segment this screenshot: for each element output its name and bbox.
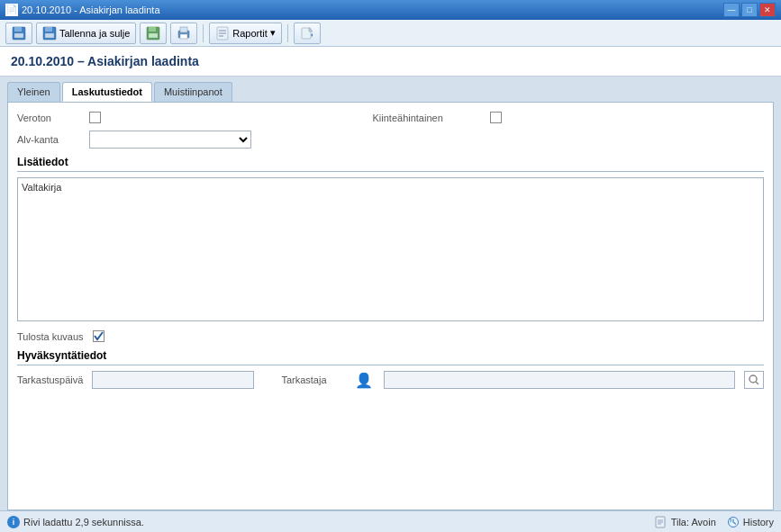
history-item[interactable]: History <box>727 516 774 528</box>
reports-arrow: ▾ <box>270 27 276 39</box>
svg-point-17 <box>749 375 757 383</box>
save-close-label: Tallenna ja sulje <box>59 28 130 39</box>
svg-line-18 <box>756 382 758 384</box>
tarkastaja-label: Tarkastaja <box>281 374 344 385</box>
content-area: Tallenna ja sulje <box>0 20 781 510</box>
save-icon <box>12 26 26 41</box>
svg-rect-7 <box>149 27 156 32</box>
tila-item: Tila: Avoin <box>655 516 716 528</box>
reports-label: Raportit <box>232 28 268 39</box>
search-icon <box>749 374 759 385</box>
save-close-button[interactable]: Tallenna ja sulje <box>36 23 136 44</box>
print-icon <box>177 26 191 41</box>
status-message: Rivi ladattu 2,9 sekunnissa. <box>23 517 144 527</box>
tab-laskutustiedot[interactable]: Laskutustiedot <box>62 82 152 102</box>
toolbar-icon-btn-3[interactable] <box>294 23 321 44</box>
window-title: 20.10.2010 - Asiakirjan laadinta <box>22 5 160 15</box>
toolbar-separator <box>203 24 204 42</box>
hyvaksyntatiedot-header: Hyväksyntätiedot <box>17 349 764 365</box>
veroton-row: Veroton Kiinteähintainen <box>17 112 764 123</box>
tarkastaja-input[interactable] <box>384 371 735 389</box>
checkmark-icon <box>94 331 104 341</box>
tarkastaja-search-button[interactable] <box>744 371 764 389</box>
main-content: Veroton Kiinteähintainen Alv-kanta Lisät… <box>7 102 774 510</box>
svg-rect-10 <box>180 27 187 32</box>
export-icon <box>300 26 314 41</box>
history-icon <box>727 516 740 528</box>
document-icon <box>655 516 667 528</box>
title-bar-controls: — □ ✕ <box>723 3 776 17</box>
toolbar: Tallenna ja sulje <box>0 20 781 47</box>
svg-rect-1 <box>14 27 22 32</box>
veroton-checkbox[interactable] <box>89 112 101 123</box>
alv-kanta-row: Alv-kanta <box>17 131 764 149</box>
restore-button[interactable]: □ <box>741 3 758 17</box>
svg-rect-5 <box>45 33 54 38</box>
alv-kanta-label: Alv-kanta <box>17 134 80 145</box>
tulosta-kuvaus-row: Tulosta kuvaus <box>17 330 764 342</box>
lisatiedot-header: Lisätiedot <box>17 156 764 172</box>
page-title: 20.10.2010 – Asiakirjan laadinta <box>11 54 199 68</box>
reports-icon <box>215 26 230 41</box>
svg-rect-2 <box>14 33 23 38</box>
tarkastuspaiva-label: Tarkastuspäivä <box>17 374 83 385</box>
person-icon: 👤 <box>355 372 373 389</box>
tarkastus-row: Tarkastuspäivä Tarkastaja 👤 <box>17 371 764 389</box>
tab-container: Yleinen Laskutustiedot Muistiinpanot <box>0 77 781 102</box>
tulosta-kuvaus-checkbox[interactable] <box>93 330 104 342</box>
toolbar-icon-btn-1[interactable] <box>140 23 167 44</box>
page-title-area: 20.10.2010 – Asiakirjan laadinta <box>0 47 781 77</box>
status-right: Tila: Avoin History <box>655 516 774 528</box>
status-left: i Rivi ladattu 2,9 sekunnissa. <box>7 516 144 528</box>
title-bar-left: 📄 20.10.2010 - Asiakirjan laadinta <box>5 4 160 16</box>
toolbar-separator-2 <box>287 24 288 42</box>
lisatiedot-textarea[interactable] <box>17 177 764 321</box>
tab-muistiinpanot[interactable]: Muistiinpanot <box>154 82 232 102</box>
tab-yleinen[interactable]: Yleinen <box>7 82 60 102</box>
close-button[interactable]: ✕ <box>759 3 776 17</box>
toolbar-icon-btn-2[interactable] <box>170 23 197 44</box>
tarkastuspaiva-input[interactable] <box>92 371 254 389</box>
tulosta-kuvaus-label: Tulosta kuvaus <box>17 331 84 342</box>
minimize-button[interactable]: — <box>723 3 740 17</box>
alv-kanta-select[interactable] <box>89 131 251 149</box>
info-icon: i <box>7 516 20 528</box>
veroton-label: Veroton <box>17 113 80 123</box>
disk-icon <box>146 26 160 41</box>
save-close-icon <box>42 26 57 41</box>
svg-rect-11 <box>180 34 187 39</box>
save-button[interactable] <box>5 23 32 44</box>
tila-label: Tila: Avoin <box>671 517 716 527</box>
window-icon: 📄 <box>5 4 18 16</box>
history-label: History <box>743 517 774 527</box>
title-bar: 📄 20.10.2010 - Asiakirjan laadinta — □ ✕ <box>0 0 781 20</box>
svg-rect-8 <box>149 33 158 38</box>
reports-button[interactable]: Raportit ▾ <box>209 23 282 44</box>
svg-rect-4 <box>45 27 52 32</box>
kiinteahintainen-checkbox[interactable] <box>490 112 502 123</box>
content-inner: Tallenna ja sulje <box>0 20 781 510</box>
kiinteahintainen-label: Kiinteähintainen <box>373 113 481 123</box>
status-bar: i Rivi ladattu 2,9 sekunnissa. Tila: Avo… <box>0 510 781 532</box>
